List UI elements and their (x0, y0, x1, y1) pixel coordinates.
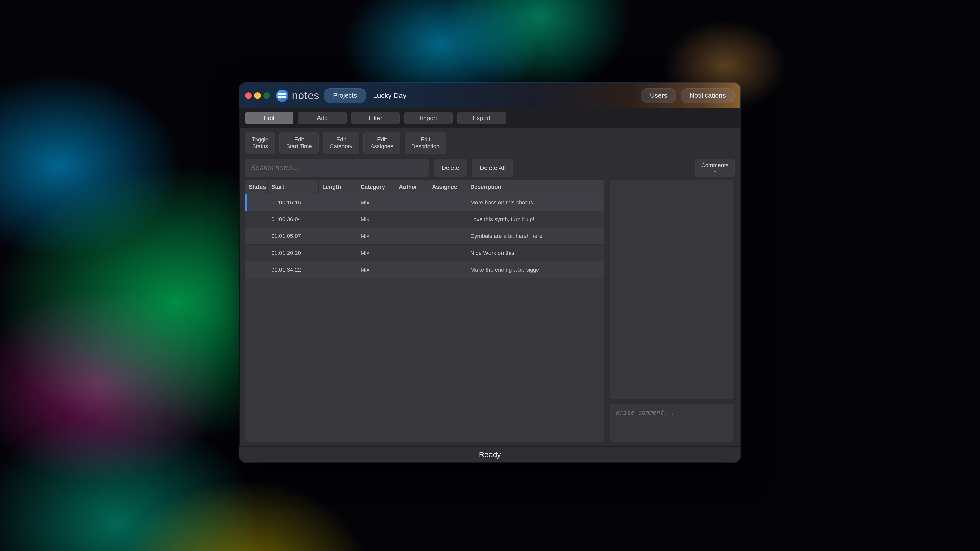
cell-description: Cymbals are a bit harsh here (467, 229, 604, 243)
table-header: Status Start Length Category Author Assi… (245, 180, 604, 194)
minimize-icon[interactable] (254, 92, 261, 99)
cell-author (395, 249, 428, 257)
cell-status (245, 249, 268, 257)
chevron-down-icon: ▾ (714, 169, 716, 174)
cell-category: Mix (357, 229, 395, 243)
comments-toggle[interactable]: Comments ▾ (695, 159, 735, 177)
cell-start: 01:01:05:07 (268, 229, 319, 243)
cell-length (319, 199, 357, 206)
col-start[interactable]: Start (268, 180, 319, 194)
cell-assignee (428, 233, 467, 240)
main-toolbar: Edit Add Filter Import Export (239, 108, 740, 128)
col-author[interactable]: Author (395, 180, 428, 194)
comments-label: Comments (701, 162, 729, 168)
status-bar: Ready (239, 446, 740, 462)
edit-toolbar: Toggle Status Edit Start Time Edit Categ… (239, 128, 740, 156)
close-icon[interactable] (245, 92, 251, 99)
tab-import[interactable]: Import (404, 112, 453, 124)
cell-description: More bass on this chorus (467, 196, 604, 210)
side-panel (610, 180, 735, 442)
cell-author (395, 233, 428, 240)
cell-assignee (428, 199, 467, 206)
cell-category: Mix (357, 246, 395, 260)
titlebar: notes Projects Lucky Day Users Notificat… (239, 83, 740, 108)
app-window: notes Projects Lucky Day Users Notificat… (239, 83, 740, 462)
cell-category: Mix (357, 263, 395, 277)
cell-status (245, 199, 268, 206)
cell-length (319, 216, 357, 223)
col-status[interactable]: Status (245, 180, 268, 194)
comments-panel (610, 180, 735, 399)
table-row[interactable]: 01:01:05:07MixCymbals are a bit harsh he… (245, 228, 604, 245)
tab-export[interactable]: Export (457, 112, 506, 124)
tab-edit[interactable]: Edit (245, 112, 293, 124)
edit-category-button[interactable]: Edit Category (323, 132, 360, 154)
tab-add[interactable]: Add (298, 112, 347, 124)
cell-description: Nice Work on this! (467, 246, 604, 260)
cell-description: Love this synth, turn it up! (467, 213, 604, 226)
cell-length (319, 233, 357, 240)
cell-author (395, 266, 428, 273)
projects-button[interactable]: Projects (324, 88, 366, 103)
cell-author (395, 199, 428, 206)
cell-author (395, 216, 428, 223)
window-controls (245, 92, 270, 99)
table-body: 01:00:16:15MixMore bass on this chorus01… (245, 194, 604, 441)
comment-input[interactable] (616, 409, 729, 437)
cell-description: Make the ending a bit bigger (467, 263, 604, 277)
comment-input-wrap (610, 403, 735, 442)
tab-filter[interactable]: Filter (351, 112, 400, 124)
app-name: notes (292, 89, 320, 102)
table-row[interactable]: 01:01:34:22MixMake the ending a bit bigg… (245, 262, 604, 278)
project-title: Lucky Day (373, 92, 407, 100)
table-row[interactable]: 01:00:16:15MixMore bass on this chorus (245, 194, 604, 211)
content-body: Status Start Length Category Author Assi… (239, 180, 740, 446)
cell-start: 01:00:16:15 (268, 196, 319, 210)
app-logo-icon (276, 89, 288, 102)
cell-category: Mix (357, 213, 395, 226)
cell-start: 01:01:34:22 (268, 263, 319, 277)
cell-length (319, 266, 357, 273)
cell-status (245, 233, 268, 240)
col-length[interactable]: Length (319, 180, 357, 194)
zoom-icon[interactable] (263, 92, 270, 99)
edit-description-button[interactable]: Edit Description (404, 132, 446, 154)
col-assignee[interactable]: Assignee (428, 180, 467, 194)
edit-assignee-button[interactable]: Edit Assignee (363, 132, 401, 154)
cell-category: Mix (357, 196, 395, 210)
status-text: Ready (479, 450, 501, 459)
cell-length (319, 249, 357, 257)
cell-status (245, 266, 268, 273)
delete-button[interactable]: Delete (434, 159, 467, 177)
app-brand: notes (276, 89, 320, 102)
table-row[interactable]: 01:00:36:04MixLove this synth, turn it u… (245, 211, 604, 228)
cell-status (245, 216, 268, 223)
users-button[interactable]: Users (641, 88, 676, 103)
search-input[interactable] (245, 159, 429, 177)
col-description[interactable]: Description (467, 180, 604, 194)
delete-all-button[interactable]: Delete All (472, 159, 513, 177)
notifications-button[interactable]: Notifications (681, 88, 735, 103)
cell-start: 01:01:20:20 (268, 246, 319, 260)
col-category[interactable]: Category (357, 180, 395, 194)
cell-assignee (428, 266, 467, 273)
cell-assignee (428, 249, 467, 257)
cell-assignee (428, 216, 467, 223)
table-row[interactable]: 01:01:20:20MixNice Work on this! (245, 245, 604, 262)
search-row: Delete Delete All Comments ▾ (239, 156, 740, 180)
toggle-status-button[interactable]: Toggle Status (245, 132, 275, 154)
cell-start: 01:00:36:04 (268, 213, 319, 226)
notes-table: Status Start Length Category Author Assi… (245, 180, 604, 442)
edit-start-time-button[interactable]: Edit Start Time (280, 132, 319, 154)
